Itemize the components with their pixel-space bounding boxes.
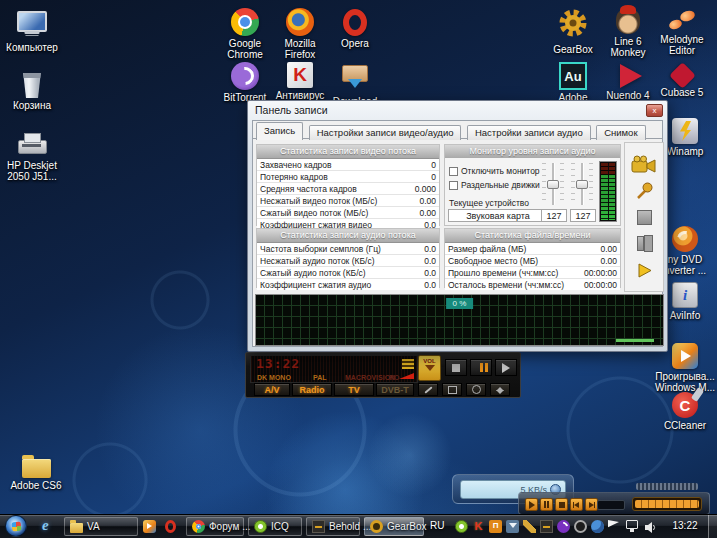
taskbar-button-icq[interactable]: ICQ bbox=[248, 517, 302, 536]
desktop-icon-label: CCleaner bbox=[664, 420, 706, 431]
tray-record-icon[interactable] bbox=[574, 520, 587, 533]
tray-network-icon[interactable] bbox=[626, 520, 638, 529]
behold-tv-button[interactable]: TV bbox=[334, 383, 374, 396]
dialog-titlebar[interactable]: Панель записи bbox=[248, 101, 667, 119]
desktop-icon-computer[interactable]: Компьютер bbox=[0, 8, 64, 53]
tray-action-center-flag-icon[interactable] bbox=[608, 520, 619, 533]
desktop-icon-adobe-cs6[interactable]: Adobe CS6 bbox=[4, 452, 68, 491]
slider-thumb[interactable] bbox=[576, 180, 588, 189]
taskbar-wmp-icon[interactable] bbox=[143, 520, 156, 533]
tray-kaspersky-icon[interactable]: K bbox=[472, 520, 485, 533]
stat-label: Частота выборки семплов (Гц) bbox=[260, 244, 381, 254]
behold-volume-button[interactable]: VOL bbox=[418, 355, 441, 381]
language-indicator[interactable]: RU bbox=[430, 520, 444, 531]
stat-row: Свободное место (МБ)0.00 bbox=[445, 255, 620, 267]
player-stop-button[interactable] bbox=[555, 498, 568, 511]
behold-timer-button[interactable] bbox=[466, 383, 486, 396]
show-desktop-button[interactable] bbox=[708, 515, 717, 538]
device-select[interactable]: Звуковая карта bbox=[448, 209, 548, 222]
desktop-icon-ccleaner[interactable]: C CCleaner bbox=[653, 392, 717, 431]
player-volume-bar[interactable] bbox=[632, 497, 702, 511]
tray-punto-icon[interactable]: П bbox=[489, 520, 502, 533]
aviinfo-icon: i bbox=[672, 282, 698, 308]
stat-value: 0.0 bbox=[424, 268, 436, 278]
vu-right-column bbox=[609, 163, 616, 220]
taskbar-button-behold[interactable]: Behold ... bbox=[306, 517, 360, 536]
player-pause-button[interactable] bbox=[540, 498, 553, 511]
tv-label: TV bbox=[348, 385, 360, 395]
tray-behold-icon[interactable] bbox=[540, 520, 553, 533]
tab-audio-settings[interactable]: Настройки записи аудио bbox=[467, 125, 591, 140]
taskbar-clock[interactable]: 13:22 bbox=[664, 520, 706, 531]
printer-icon bbox=[18, 140, 47, 154]
behold-radio-button[interactable]: Radio bbox=[292, 383, 332, 396]
close-button[interactable]: x bbox=[646, 104, 663, 117]
desktop-icon-cubase[interactable]: Cubase 5 bbox=[650, 62, 714, 98]
taskbar-opera-icon[interactable] bbox=[165, 520, 176, 533]
tray-icq-icon[interactable] bbox=[455, 520, 468, 533]
behold-dvbt-button[interactable]: DVB-T bbox=[376, 383, 414, 396]
tray-bittorrent-icon[interactable] bbox=[557, 520, 570, 533]
firefox-icon bbox=[286, 8, 314, 36]
desktop-icon-melodyne[interactable]: Melodyne Editor bbox=[650, 8, 714, 56]
disable-monitor-checkbox[interactable] bbox=[449, 167, 458, 176]
tab-record[interactable]: Запись bbox=[256, 122, 303, 140]
stop-icon bbox=[452, 364, 460, 372]
audition-icon: Au bbox=[559, 62, 587, 90]
start-button[interactable] bbox=[5, 515, 27, 537]
stop-button[interactable] bbox=[628, 206, 660, 228]
behold-display-mode-button[interactable] bbox=[442, 383, 462, 396]
behold-settings-button[interactable] bbox=[418, 383, 438, 396]
behold-av-button[interactable]: A/V bbox=[254, 383, 290, 396]
separate-sliders-checkbox[interactable] bbox=[449, 181, 458, 190]
record-video-button[interactable] bbox=[628, 153, 660, 175]
play-button[interactable] bbox=[628, 259, 660, 281]
stat-value: 0.00 bbox=[600, 244, 617, 254]
record-progress-graph: 0 % bbox=[255, 294, 664, 346]
behold-video-standard: PAL bbox=[313, 374, 326, 383]
player-rewind-button[interactable] bbox=[570, 498, 583, 511]
behold-clock: 13:22 bbox=[256, 356, 300, 371]
play-icon bbox=[502, 363, 510, 373]
taskbar-button-gearbox[interactable]: GearBox bbox=[364, 517, 424, 536]
behold-play-button[interactable] bbox=[495, 359, 517, 376]
desktop-icon-hp-deskjet[interactable]: HP Deskjet 2050 J51... bbox=[0, 128, 64, 182]
stat-label: Несжатый видео поток (МБ/с) bbox=[260, 196, 377, 206]
tray-blue-icon[interactable] bbox=[591, 520, 604, 533]
monitor-header: Монитор уровня записи аудио bbox=[445, 145, 620, 159]
audio-monitor-panel: Монитор уровня записи аудио Отключить мо… bbox=[444, 144, 621, 226]
pause-button[interactable] bbox=[628, 233, 660, 255]
tray-pen-icon[interactable] bbox=[523, 520, 536, 533]
player-play-button[interactable] bbox=[525, 498, 538, 511]
record-audio-button[interactable] bbox=[628, 180, 660, 202]
behold-channel-button[interactable] bbox=[490, 383, 510, 396]
desktop-icon-label: AviInfo bbox=[670, 310, 700, 321]
volume-fill bbox=[635, 500, 699, 508]
desktop-icon-label: Adobe CS6 bbox=[10, 480, 61, 491]
behold-tv-panel: 13:22 DK MONO PAL MACROVISION RO VOL A/V… bbox=[245, 352, 521, 398]
stat-label: Прошло времени (чч:мм:сс) bbox=[448, 268, 558, 278]
chrome-icon bbox=[231, 8, 259, 36]
stat-value: 0.00 bbox=[419, 208, 436, 218]
tray-download-master-icon[interactable] bbox=[506, 520, 519, 533]
dvd-converter-icon bbox=[672, 226, 698, 252]
internet-explorer-icon[interactable]: e bbox=[42, 517, 49, 534]
behold-stop-button[interactable] bbox=[445, 359, 467, 376]
taskbar: e VA Форум ... ICQ Behold ... GearBox RU… bbox=[0, 514, 717, 538]
left-level-slider[interactable] bbox=[542, 161, 564, 207]
tab-video-audio-settings[interactable]: Настройки записи видео/аудио bbox=[309, 125, 462, 140]
behold-pause-button[interactable] bbox=[470, 359, 492, 376]
slider-thumb[interactable] bbox=[547, 180, 559, 189]
behold-ro: RO bbox=[389, 374, 400, 383]
taskbar-button-va[interactable]: VA bbox=[64, 517, 138, 536]
camcorder-icon bbox=[631, 155, 657, 174]
desktop-icon-opera[interactable]: Opera bbox=[323, 8, 387, 49]
tray-speaker-icon[interactable] bbox=[644, 520, 657, 533]
opera-icon bbox=[343, 9, 367, 36]
desktop-icon-recycle-bin[interactable]: Корзина bbox=[0, 70, 64, 111]
tab-snapshot[interactable]: Снимок bbox=[596, 125, 645, 140]
taskbar-button-forum[interactable]: Форум ... bbox=[186, 517, 244, 536]
stat-label: Несжатый аудио поток (КБ/с) bbox=[260, 256, 375, 266]
right-level-slider[interactable] bbox=[571, 161, 593, 207]
audio-stats-panel: Статистика записи аудио потока Частота в… bbox=[256, 228, 440, 288]
